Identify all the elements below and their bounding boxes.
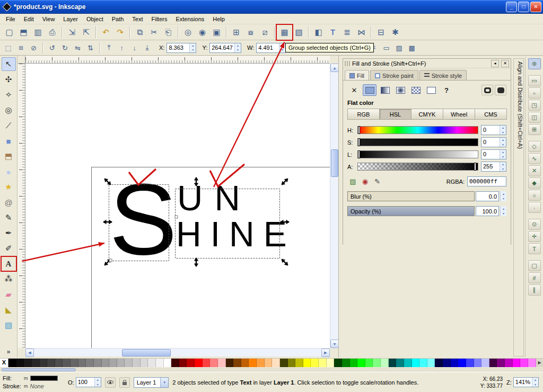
select-all-button[interactable]: ⬚ xyxy=(2,42,14,54)
menu-view[interactable]: View xyxy=(38,14,59,24)
palette-swatch[interactable] xyxy=(63,359,71,367)
palette-swatch[interactable] xyxy=(396,359,404,367)
close-button[interactable]: ✕ xyxy=(530,2,541,12)
zoom-to-drawing-button[interactable]: ◉ xyxy=(195,25,209,39)
undo-button[interactable]: ↶ xyxy=(99,25,113,39)
scroll-left-button[interactable]: ◀ xyxy=(25,349,34,357)
palette-swatch[interactable] xyxy=(334,359,342,367)
layer-lock-button[interactable] xyxy=(119,377,130,388)
layer-visibility-button[interactable] xyxy=(105,377,116,388)
panel-collapse-button[interactable]: ◂ xyxy=(491,60,499,67)
x-value[interactable]: 8.363 xyxy=(167,43,189,52)
move-patterns-toggle-button[interactable]: ▩ xyxy=(406,42,418,54)
palette-swatch[interactable] xyxy=(443,359,451,367)
paint-linear-gradient-button[interactable] xyxy=(378,84,392,96)
spiral-tool[interactable]: @ xyxy=(2,195,16,209)
palette-swatch[interactable] xyxy=(319,359,327,367)
snap-bbox-centers-button[interactable]: ⊞ xyxy=(528,124,541,135)
import-button[interactable]: ⇲ xyxy=(65,25,79,39)
fill-stroke-indicator[interactable]: Fill: m Stroke: m None xyxy=(3,375,64,390)
export-button[interactable]: ⇱ xyxy=(79,25,93,39)
y-input[interactable]: 264.647 xyxy=(209,43,241,53)
snap-bbox-edge-midpoints-button[interactable]: ◫ xyxy=(528,112,541,123)
snap-grids-button[interactable]: # xyxy=(528,272,541,283)
palette-swatch[interactable] xyxy=(187,359,195,367)
tab-stroke-style[interactable]: Stroke style xyxy=(419,70,467,80)
zoom-to-page-button[interactable]: ▣ xyxy=(209,25,224,39)
star-tool[interactable]: ★ xyxy=(2,180,16,194)
maximize-button[interactable]: □ xyxy=(518,2,529,12)
color-managed-button[interactable]: ◉ xyxy=(360,176,371,186)
sat-value[interactable]: 0 xyxy=(481,138,500,147)
node-tool[interactable]: ✣ xyxy=(2,73,16,86)
palette-swatch[interactable] xyxy=(303,359,311,367)
opacity-spinner[interactable] xyxy=(500,206,506,216)
fill-stroke-dialog-button[interactable]: ◧ xyxy=(311,25,326,39)
zoom-value[interactable]: 141% xyxy=(514,378,532,387)
palette-scroll-thumb[interactable] xyxy=(2,368,76,371)
palette-swatch[interactable] xyxy=(357,359,365,367)
x-spinner[interactable] xyxy=(189,43,196,52)
palette-swatch[interactable] xyxy=(94,359,102,367)
snap-path-intersections-button[interactable]: ✕ xyxy=(528,165,541,176)
selector-tool[interactable]: ↖ xyxy=(2,57,16,71)
palette-swatch[interactable] xyxy=(125,359,133,367)
snap-nodes-button[interactable]: ◇ xyxy=(528,141,541,152)
hue-slider-marker[interactable] xyxy=(358,126,360,134)
palette-swatch[interactable] xyxy=(342,359,350,367)
light-slider[interactable] xyxy=(357,150,478,158)
zoom-spinner[interactable] xyxy=(532,378,538,387)
vertical-scroll-thumb[interactable] xyxy=(331,149,338,177)
w-spinner[interactable] xyxy=(279,43,285,52)
light-value[interactable]: 0 xyxy=(481,150,500,159)
menu-help[interactable]: Help xyxy=(208,14,229,24)
text-dialog-button[interactable]: T xyxy=(326,25,340,39)
align-dialog-button[interactable]: ⊟ xyxy=(374,25,388,39)
opacity-slider[interactable]: Opacity (%) xyxy=(347,206,475,216)
palette-swatch[interactable] xyxy=(71,359,78,367)
palette-swatch[interactable] xyxy=(419,359,427,367)
palette-swatch[interactable] xyxy=(265,359,273,367)
duplicate-button[interactable]: ⊞ xyxy=(229,25,243,39)
zoom-input[interactable]: 141% xyxy=(513,377,539,387)
raise-to-top-button[interactable]: ⤒ xyxy=(103,42,115,54)
horizontal-scroll-thumb[interactable] xyxy=(122,349,171,357)
pen-tool[interactable]: ✒ xyxy=(2,226,16,240)
snap-rotation-centers-button[interactable]: ✛ xyxy=(528,231,541,242)
scroll-down-button[interactable]: ▼ xyxy=(330,340,339,348)
snap-bbox-button[interactable]: ▭ xyxy=(528,75,541,86)
save-document-button[interactable]: ▥ xyxy=(31,25,45,39)
palette-swatch[interactable] xyxy=(327,359,335,367)
palette-swatch[interactable] xyxy=(78,359,86,367)
lower-button[interactable]: ↓ xyxy=(128,42,141,54)
palette-swatch[interactable] xyxy=(141,359,148,367)
snap-cusp-nodes-button[interactable]: ◆ xyxy=(528,177,541,189)
palette-swatch[interactable] xyxy=(257,359,265,367)
canvas-text-s[interactable]: S xyxy=(109,168,177,270)
palette-swatch[interactable] xyxy=(505,359,513,367)
blur-slider[interactable]: Blur (%) xyxy=(347,191,475,201)
flip-horizontal-button[interactable]: ⇋ xyxy=(72,42,84,54)
snap-enable-button[interactable]: ⊛ xyxy=(528,58,541,69)
palette-swatch[interactable] xyxy=(218,359,226,367)
menu-path[interactable]: Path xyxy=(108,14,128,24)
palette-swatch[interactable] xyxy=(513,359,521,367)
zoom-to-selection-button[interactable]: ◎ xyxy=(181,25,195,39)
stroke-value[interactable]: None xyxy=(30,383,44,389)
scroll-right-button[interactable]: ▶ xyxy=(321,349,330,357)
move-gradients-toggle-button[interactable]: ▨ xyxy=(393,42,405,54)
hue-slider[interactable] xyxy=(357,126,478,134)
paint-bucket-tool[interactable]: ◣ xyxy=(2,303,16,317)
palette-swatch[interactable] xyxy=(427,359,435,367)
swatches-button[interactable]: ▨ xyxy=(347,176,358,186)
colorspace-tab-cms[interactable]: CMS xyxy=(475,109,507,120)
sat-input[interactable]: 0 xyxy=(481,137,506,147)
layer-selector[interactable]: Layer 1 xyxy=(134,377,169,388)
colorspace-tab-hsl[interactable]: HSL xyxy=(379,109,411,120)
raise-button[interactable]: ↑ xyxy=(116,42,128,54)
new-document-button[interactable]: ▢ xyxy=(2,25,16,39)
print-document-button[interactable]: ⎙ xyxy=(45,25,59,39)
palette-swatch[interactable] xyxy=(381,359,389,367)
menu-extensions[interactable]: Extensions xyxy=(171,14,208,24)
snap-paths-button[interactable]: ∿ xyxy=(528,153,541,164)
